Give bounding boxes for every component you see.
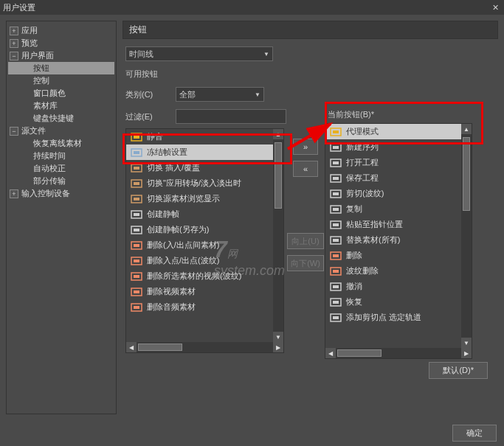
pen-icon bbox=[330, 127, 342, 137]
expander-icon[interactable]: + bbox=[10, 27, 18, 35]
svg-rect-49 bbox=[333, 316, 339, 319]
filter-input[interactable] bbox=[176, 109, 286, 124]
scrollbar-horizontal[interactable]: ◀ ▶ bbox=[325, 348, 472, 358]
category-dropdown[interactable]: 全部 ▼ bbox=[176, 87, 264, 102]
list-item[interactable]: 静音 bbox=[126, 129, 273, 144]
list-item[interactable]: 删除(入/出点间素材) bbox=[126, 237, 273, 253]
move-up-button[interactable]: 向上(U) bbox=[287, 233, 324, 249]
scroll-thumb[interactable] bbox=[463, 137, 470, 211]
list-item[interactable]: 剪切(波纹) bbox=[325, 186, 461, 201]
sidebar-item[interactable]: 部分传输 bbox=[8, 175, 114, 187]
delete-a-icon bbox=[131, 302, 142, 313]
close-icon[interactable]: ✕ bbox=[489, 1, 501, 13]
sidebar-item[interactable]: +输入控制设备 bbox=[8, 187, 114, 200]
list-item-label: 切换"应用转场/淡入淡出时 bbox=[147, 178, 241, 189]
scrollbar-vertical[interactable]: ▲ ▼ bbox=[273, 129, 283, 342]
scrollbar-horizontal[interactable]: ◀ ▶ bbox=[126, 342, 283, 352]
list-item[interactable]: 切换"应用转场/淡入淡出时 bbox=[126, 175, 273, 191]
del-icon bbox=[330, 251, 342, 261]
list-item-label: 删除视频素材 bbox=[147, 286, 196, 297]
scroll-right-icon[interactable]: ▶ bbox=[461, 348, 472, 358]
scroll-thumb[interactable] bbox=[275, 142, 282, 209]
scroll-down-icon[interactable]: ▼ bbox=[461, 338, 472, 348]
scroll-thumb[interactable] bbox=[337, 349, 382, 357]
list-item[interactable]: 删除视频素材 bbox=[126, 284, 273, 299]
default-button[interactable]: 默认(D)* bbox=[429, 362, 488, 379]
expander-icon[interactable]: + bbox=[10, 189, 18, 198]
category-label: 类别(C) bbox=[125, 89, 170, 100]
scroll-left-icon[interactable]: ◀ bbox=[126, 342, 137, 352]
sidebar-item-label: 恢复离线素材 bbox=[33, 138, 82, 149]
expander-icon[interactable]: − bbox=[10, 127, 18, 136]
browse-icon bbox=[131, 194, 142, 204]
sidebar-item[interactable]: −用户界面 bbox=[8, 49, 114, 62]
list-item-label: 创建静帧(另存为) bbox=[147, 224, 209, 235]
available-buttons-label: 可用按钮 bbox=[125, 69, 158, 80]
panels-area: 过滤(E) 静音冻结帧设置切换 插入/覆盖切换"应用转场/淡入淡出时切换源素材浏… bbox=[125, 109, 495, 359]
transition-icon bbox=[131, 178, 142, 189]
list-item[interactable]: 保存工程 bbox=[325, 170, 461, 186]
move-down-button[interactable]: 向下(W) bbox=[287, 255, 324, 271]
scrollbar-vertical[interactable]: ▲ ▼ bbox=[461, 124, 472, 348]
sidebar-item[interactable]: 按钮 bbox=[8, 62, 114, 74]
scroll-right-icon[interactable]: ▶ bbox=[273, 342, 283, 352]
svg-rect-13 bbox=[134, 229, 139, 231]
list-item[interactable]: 波纹删除 bbox=[325, 263, 461, 279]
list-item[interactable]: 撤消 bbox=[325, 279, 461, 294]
svg-rect-31 bbox=[333, 177, 339, 180]
list-item[interactable]: 切换 插入/覆盖 bbox=[126, 160, 273, 175]
expander-icon[interactable]: − bbox=[10, 52, 18, 60]
remove-button[interactable]: « bbox=[293, 161, 318, 177]
sidebar-item-label: 源文件 bbox=[21, 125, 46, 136]
freeze-icon bbox=[131, 147, 142, 158]
list-item[interactable]: 代理模式 bbox=[325, 124, 461, 139]
sidebar-item[interactable]: 恢复离线素材 bbox=[8, 137, 114, 150]
toggle-icon bbox=[131, 163, 142, 173]
scroll-up-icon[interactable]: ▲ bbox=[461, 124, 472, 134]
list-item[interactable]: 创建静帧(另存为) bbox=[126, 222, 273, 237]
list-item-label: 打开工程 bbox=[346, 157, 379, 168]
scroll-left-icon[interactable]: ◀ bbox=[325, 348, 336, 358]
sidebar-item[interactable]: +应用 bbox=[8, 24, 114, 37]
list-item-label: 删除(入/出点间素材) bbox=[147, 240, 219, 251]
sidebar-item-label: 输入控制设备 bbox=[21, 188, 70, 199]
delete-ripple-icon bbox=[131, 256, 142, 266]
list-item[interactable]: 切换源素材浏览显示 bbox=[126, 191, 273, 206]
sidebar-item[interactable]: 控制 bbox=[8, 74, 114, 87]
list-item[interactable]: 复制 bbox=[325, 201, 461, 217]
camera-icon bbox=[131, 209, 142, 220]
list-item[interactable]: 删除 bbox=[325, 248, 461, 263]
list-item[interactable]: 新建序列 bbox=[325, 139, 461, 155]
sidebar-item[interactable]: 持续时间 bbox=[8, 150, 114, 162]
add-button[interactable]: » bbox=[293, 139, 318, 155]
svg-rect-37 bbox=[333, 223, 339, 226]
list-item[interactable]: 删除所选素材的视频(波纹) bbox=[126, 268, 273, 284]
scroll-up-icon[interactable]: ▲ bbox=[273, 129, 283, 139]
timeline-dropdown[interactable]: 时间线 ▼ bbox=[125, 46, 273, 61]
expander-icon[interactable]: + bbox=[10, 39, 18, 48]
ok-button[interactable]: 确定 bbox=[452, 425, 497, 442]
list-item[interactable]: 删除音频素材 bbox=[126, 299, 273, 315]
sidebar-item[interactable]: +预览 bbox=[8, 37, 114, 49]
list-item[interactable]: 添加剪切点 选定轨道 bbox=[325, 310, 461, 325]
content: +应用+预览−用户界面按钮控制窗口颜色素材库键盘快捷键−源文件恢复离线素材持续时… bbox=[0, 15, 504, 420]
delete-icon bbox=[131, 240, 142, 251]
list-item[interactable]: 粘贴至指针位置 bbox=[325, 217, 461, 232]
scroll-thumb[interactable] bbox=[138, 344, 182, 351]
list-item[interactable]: 打开工程 bbox=[325, 155, 461, 170]
sidebar-item[interactable]: 素材库 bbox=[8, 100, 114, 112]
list-item[interactable]: 删除入点/出点(波纹) bbox=[126, 253, 273, 268]
sidebar-item[interactable]: −源文件 bbox=[8, 125, 114, 137]
sidebar-item-label: 按钮 bbox=[33, 63, 49, 74]
list-item-label: 切换源素材浏览显示 bbox=[147, 193, 220, 204]
default-row: 默认(D)* bbox=[125, 359, 495, 388]
sidebar-item[interactable]: 窗口颜色 bbox=[8, 87, 114, 100]
list-item[interactable]: 替换素材(所有) bbox=[325, 232, 461, 248]
list-item[interactable]: 恢复 bbox=[325, 294, 461, 310]
list-item[interactable]: 创建静帧 bbox=[126, 206, 273, 222]
scroll-down-icon[interactable]: ▼ bbox=[273, 332, 283, 342]
list-item[interactable]: 冻结帧设置 bbox=[126, 144, 273, 160]
sidebar-item[interactable]: 自动校正 bbox=[8, 162, 114, 175]
add-cut-icon bbox=[330, 313, 342, 323]
sidebar-item[interactable]: 键盘快捷键 bbox=[8, 112, 114, 125]
